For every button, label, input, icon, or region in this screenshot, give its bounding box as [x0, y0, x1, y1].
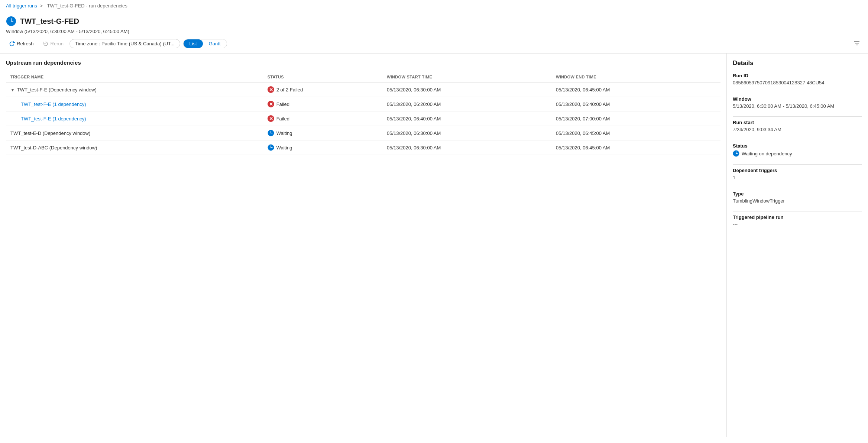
status-clock-icon [733, 150, 739, 157]
status-text: Waiting [276, 130, 292, 136]
dependencies-table: TRIGGER NAME STATUS WINDOW START TIME WI… [6, 72, 720, 155]
rerun-label: Rerun [51, 41, 64, 46]
trigger-name-cell: ▼TWT_test-F-E (Dependency window) [6, 83, 263, 97]
trigger-name-cell: TWT_test-D-ABC (Dependency window) [6, 140, 263, 155]
status-cell: ✕2 of 2 Failed [263, 83, 382, 97]
divider-1 [733, 93, 862, 93]
page-title: TWT_test-G-FED [20, 17, 79, 26]
status-cell: Waiting [263, 126, 382, 140]
run-start-value: 7/24/2020, 9:03:34 AM [733, 127, 862, 132]
table-row: TWT_test-F-E (1 dependency)✕Failed05/13/… [6, 97, 720, 111]
toolbar: Refresh Rerun Time zone : Pacific Time (… [6, 38, 862, 53]
row-chevron[interactable]: ▼ [10, 87, 15, 93]
table-header-row: TRIGGER NAME STATUS WINDOW START TIME WI… [6, 72, 720, 83]
divider-3 [733, 140, 862, 140]
window-text: Window (5/13/2020, 6:30:00 AM - 5/13/202… [6, 29, 862, 34]
page-header: TWT_test-G-FED Window (5/13/2020, 6:30:0… [0, 12, 868, 54]
divider-4 [733, 164, 862, 165]
triggered-pipeline-label: Triggered pipeline run [733, 214, 862, 220]
window-end-cell: 05/13/2020, 07:00:00 AM [551, 111, 720, 126]
svg-text:✕: ✕ [269, 87, 273, 93]
window-end-cell: 05/13/2020, 06:45:00 AM [551, 126, 720, 140]
divider-5 [733, 188, 862, 188]
window-label: Window [733, 96, 862, 102]
trigger-name-link[interactable]: TWT_test-F-E (1 dependency) [21, 101, 86, 107]
list-view-button[interactable]: List [184, 39, 203, 48]
type-section: Type TumblingWindowTrigger [733, 191, 862, 204]
window-start-cell: 05/13/2020, 06:20:00 AM [382, 97, 551, 111]
trigger-name-link[interactable]: TWT_test-F-E (1 dependency) [21, 116, 86, 122]
main-layout: Upstream run dependencies TRIGGER NAME S… [0, 54, 868, 437]
triggered-pipeline-section: Triggered pipeline run --- [733, 214, 862, 227]
window-section: Window 5/13/2020, 6:30:00 AM - 5/13/2020… [733, 96, 862, 109]
status-section: Status Waiting on dependency [733, 143, 862, 157]
col-trigger-name: TRIGGER NAME [6, 72, 263, 83]
status-cell: ✕Failed [263, 111, 382, 126]
svg-text:✕: ✕ [269, 101, 273, 107]
trigger-name-cell: TWT_test-F-E (1 dependency) [6, 97, 263, 111]
error-icon: ✕ [268, 115, 274, 122]
table-row: TWT_test-F-E (1 dependency)✕Failed05/13/… [6, 111, 720, 126]
status-value: Waiting on dependency [733, 150, 862, 157]
breadcrumb-link[interactable]: All trigger runs [6, 3, 37, 9]
status-text: 2 of 2 Failed [276, 87, 303, 93]
section-title: Upstream run dependencies [6, 59, 720, 66]
triggered-pipeline-value: --- [733, 222, 862, 227]
filter-icon [853, 39, 861, 47]
status-cell: ✕Failed [263, 97, 382, 111]
waiting-icon [268, 130, 274, 136]
col-window-start: WINDOW START TIME [382, 72, 551, 83]
type-label: Type [733, 191, 862, 197]
run-id-section: Run ID 085860597507091853004128327 48CU5… [733, 73, 862, 85]
table-row: ▼TWT_test-F-E (Dependency window)✕2 of 2… [6, 83, 720, 97]
svg-text:✕: ✕ [269, 116, 273, 122]
filter-button[interactable] [852, 38, 862, 49]
error-icon: ✕ [268, 86, 274, 93]
run-id-label: Run ID [733, 73, 862, 78]
breadcrumb-separator: > [40, 3, 43, 9]
col-window-end: WINDOW END TIME [551, 72, 720, 83]
run-start-label: Run start [733, 120, 862, 125]
details-title: Details [733, 59, 862, 67]
divider-6 [733, 211, 862, 211]
status-text: Waiting [276, 145, 292, 151]
refresh-button[interactable]: Refresh [6, 39, 37, 48]
timezone-button[interactable]: Time zone : Pacific Time (US & Canada) (… [69, 39, 180, 48]
window-value: 5/13/2020, 6:30:00 AM - 5/13/2020, 6:45:… [733, 103, 862, 109]
trigger-name: TWT_test-F-E (Dependency window) [17, 87, 97, 93]
trigger-name-cell: TWT_test-F-E (1 dependency) [6, 111, 263, 126]
title-clock-icon [6, 16, 16, 26]
col-status: STATUS [263, 72, 382, 83]
trigger-name-cell: TWT_test-E-D (Dependency window) [6, 126, 263, 140]
window-start-cell: 05/13/2020, 06:30:00 AM [382, 140, 551, 155]
window-start-cell: 05/13/2020, 06:40:00 AM [382, 111, 551, 126]
waiting-icon [268, 144, 274, 151]
table-row: TWT_test-D-ABC (Dependency window)Waitin… [6, 140, 720, 155]
run-id-value: 085860597507091853004128327 48CU54 [733, 80, 862, 85]
view-toggle: List Gantt [183, 39, 227, 48]
timezone-label: Time zone : Pacific Time (US & Canada) (… [75, 41, 175, 46]
refresh-label: Refresh [17, 41, 34, 46]
status-text: Failed [276, 116, 289, 122]
rerun-button[interactable]: Rerun [40, 39, 67, 48]
rerun-icon [43, 41, 49, 47]
details-sidebar: Details Run ID 0858605975070918530041283… [727, 54, 868, 437]
run-start-section: Run start 7/24/2020, 9:03:34 AM [733, 120, 862, 132]
table-row: TWT_test-E-D (Dependency window)Waiting0… [6, 126, 720, 140]
window-end-cell: 05/13/2020, 06:45:00 AM [551, 83, 720, 97]
type-value: TumblingWindowTrigger [733, 198, 862, 204]
dependent-triggers-label: Dependent triggers [733, 168, 862, 173]
trigger-name: TWT_test-D-ABC (Dependency window) [10, 145, 97, 151]
gantt-view-button[interactable]: Gantt [203, 39, 227, 48]
dependent-triggers-section: Dependent triggers 1 [733, 168, 862, 180]
status-text: Waiting on dependency [742, 151, 792, 156]
window-end-cell: 05/13/2020, 06:40:00 AM [551, 97, 720, 111]
breadcrumb: All trigger runs > TWT_test-G-FED - run … [0, 0, 868, 12]
trigger-name: TWT_test-E-D (Dependency window) [10, 130, 90, 136]
dependent-triggers-value: 1 [733, 175, 862, 180]
refresh-icon [9, 41, 15, 47]
window-end-cell: 05/13/2020, 06:45:00 AM [551, 140, 720, 155]
status-text: Failed [276, 101, 289, 107]
divider-2 [733, 116, 862, 117]
breadcrumb-current: TWT_test-G-FED - run dependencies [47, 3, 127, 9]
